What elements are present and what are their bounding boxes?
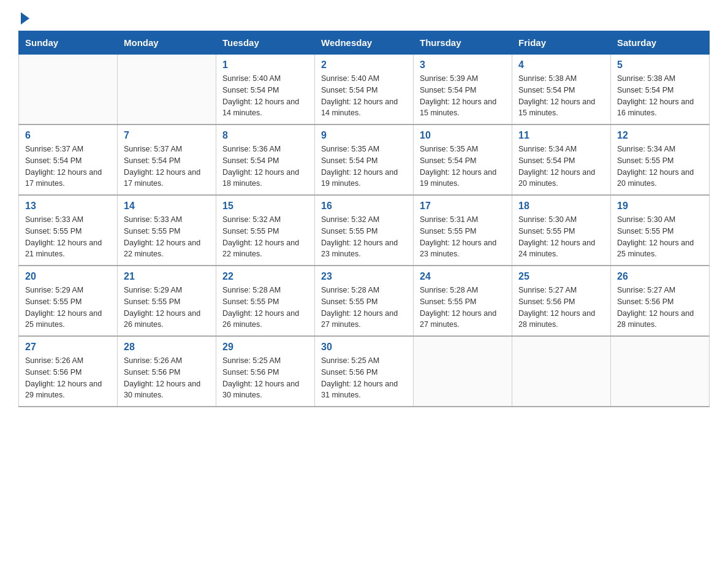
weekday-header-row: SundayMondayTuesdayWednesdayThursdayFrid…	[19, 31, 710, 55]
calendar-cell: 24Sunrise: 5:28 AMSunset: 5:55 PMDayligh…	[414, 266, 512, 336]
logo	[18, 12, 32, 25]
weekday-header-wednesday: Wednesday	[315, 31, 414, 55]
weekday-header-tuesday: Tuesday	[216, 31, 315, 55]
day-info: Sunrise: 5:29 AMSunset: 5:55 PMDaylight:…	[124, 285, 210, 331]
day-info: Sunrise: 5:40 AMSunset: 5:54 PMDaylight:…	[222, 73, 308, 119]
calendar-cell: 12Sunrise: 5:34 AMSunset: 5:55 PMDayligh…	[611, 124, 710, 195]
calendar-cell: 13Sunrise: 5:33 AMSunset: 5:55 PMDayligh…	[19, 195, 118, 266]
day-info: Sunrise: 5:28 AMSunset: 5:55 PMDaylight:…	[321, 285, 407, 331]
calendar-cell: 27Sunrise: 5:26 AMSunset: 5:56 PMDayligh…	[19, 336, 118, 407]
weekday-header-monday: Monday	[118, 31, 216, 55]
calendar-cell: 30Sunrise: 5:25 AMSunset: 5:56 PMDayligh…	[315, 336, 414, 407]
calendar-cell: 7Sunrise: 5:37 AMSunset: 5:54 PMDaylight…	[118, 124, 216, 195]
day-number: 18	[518, 201, 604, 212]
day-number: 23	[321, 271, 407, 282]
day-number: 14	[124, 201, 210, 212]
day-number: 3	[420, 59, 506, 71]
day-info: Sunrise: 5:30 AMSunset: 5:55 PMDaylight:…	[518, 214, 604, 260]
day-info: Sunrise: 5:32 AMSunset: 5:55 PMDaylight:…	[222, 214, 308, 260]
logo-triangle-icon	[21, 12, 29, 25]
day-number: 8	[222, 130, 308, 141]
day-number: 12	[617, 130, 703, 141]
calendar-cell: 11Sunrise: 5:34 AMSunset: 5:54 PMDayligh…	[512, 124, 611, 195]
week-row-5: 27Sunrise: 5:26 AMSunset: 5:56 PMDayligh…	[19, 336, 710, 407]
day-info: Sunrise: 5:38 AMSunset: 5:54 PMDaylight:…	[617, 73, 703, 119]
calendar-cell: 28Sunrise: 5:26 AMSunset: 5:56 PMDayligh…	[118, 336, 216, 407]
day-number: 19	[617, 201, 703, 212]
calendar-cell: 26Sunrise: 5:27 AMSunset: 5:56 PMDayligh…	[611, 266, 710, 336]
day-info: Sunrise: 5:39 AMSunset: 5:54 PMDaylight:…	[420, 73, 506, 119]
calendar-table: SundayMondayTuesdayWednesdayThursdayFrid…	[18, 31, 710, 407]
calendar-cell	[512, 336, 611, 407]
calendar-cell: 6Sunrise: 5:37 AMSunset: 5:54 PMDaylight…	[19, 124, 118, 195]
day-number: 27	[25, 342, 111, 353]
day-number: 4	[518, 59, 604, 71]
day-number: 24	[420, 271, 506, 282]
calendar-cell: 8Sunrise: 5:36 AMSunset: 5:54 PMDaylight…	[216, 124, 315, 195]
day-number: 30	[321, 342, 407, 353]
calendar-cell: 10Sunrise: 5:35 AMSunset: 5:54 PMDayligh…	[414, 124, 512, 195]
calendar-cell: 25Sunrise: 5:27 AMSunset: 5:56 PMDayligh…	[512, 266, 611, 336]
day-info: Sunrise: 5:30 AMSunset: 5:55 PMDaylight:…	[617, 214, 703, 260]
day-info: Sunrise: 5:27 AMSunset: 5:56 PMDaylight:…	[518, 285, 604, 331]
calendar-cell	[19, 55, 118, 125]
weekday-header-friday: Friday	[512, 31, 611, 55]
day-number: 21	[124, 271, 210, 282]
calendar-cell: 23Sunrise: 5:28 AMSunset: 5:55 PMDayligh…	[315, 266, 414, 336]
calendar-cell: 5Sunrise: 5:38 AMSunset: 5:54 PMDaylight…	[611, 55, 710, 125]
day-info: Sunrise: 5:25 AMSunset: 5:56 PMDaylight:…	[222, 355, 308, 401]
calendar-cell: 29Sunrise: 5:25 AMSunset: 5:56 PMDayligh…	[216, 336, 315, 407]
day-info: Sunrise: 5:27 AMSunset: 5:56 PMDaylight:…	[617, 285, 703, 331]
calendar-cell: 21Sunrise: 5:29 AMSunset: 5:55 PMDayligh…	[118, 266, 216, 336]
day-info: Sunrise: 5:26 AMSunset: 5:56 PMDaylight:…	[124, 355, 210, 401]
day-number: 26	[617, 271, 703, 282]
day-info: Sunrise: 5:25 AMSunset: 5:56 PMDaylight:…	[321, 355, 407, 401]
day-info: Sunrise: 5:33 AMSunset: 5:55 PMDaylight:…	[25, 214, 111, 260]
day-info: Sunrise: 5:34 AMSunset: 5:55 PMDaylight:…	[617, 144, 703, 190]
calendar-cell: 22Sunrise: 5:28 AMSunset: 5:55 PMDayligh…	[216, 266, 315, 336]
weekday-header-thursday: Thursday	[414, 31, 512, 55]
day-info: Sunrise: 5:36 AMSunset: 5:54 PMDaylight:…	[222, 144, 308, 190]
day-number: 10	[420, 130, 506, 141]
calendar-cell: 16Sunrise: 5:32 AMSunset: 5:55 PMDayligh…	[315, 195, 414, 266]
page-header	[18, 12, 710, 25]
calendar-cell: 20Sunrise: 5:29 AMSunset: 5:55 PMDayligh…	[19, 266, 118, 336]
day-number: 28	[124, 342, 210, 353]
day-info: Sunrise: 5:37 AMSunset: 5:54 PMDaylight:…	[124, 144, 210, 190]
day-info: Sunrise: 5:26 AMSunset: 5:56 PMDaylight:…	[25, 355, 111, 401]
calendar-cell	[414, 336, 512, 407]
week-row-2: 6Sunrise: 5:37 AMSunset: 5:54 PMDaylight…	[19, 124, 710, 195]
calendar-cell: 4Sunrise: 5:38 AMSunset: 5:54 PMDaylight…	[512, 55, 611, 125]
day-info: Sunrise: 5:33 AMSunset: 5:55 PMDaylight:…	[124, 214, 210, 260]
day-number: 5	[617, 59, 703, 71]
day-number: 29	[222, 342, 308, 353]
day-number: 1	[222, 59, 308, 71]
weekday-header-sunday: Sunday	[19, 31, 118, 55]
calendar-cell: 14Sunrise: 5:33 AMSunset: 5:55 PMDayligh…	[118, 195, 216, 266]
week-row-3: 13Sunrise: 5:33 AMSunset: 5:55 PMDayligh…	[19, 195, 710, 266]
day-info: Sunrise: 5:35 AMSunset: 5:54 PMDaylight:…	[420, 144, 506, 190]
calendar-cell: 17Sunrise: 5:31 AMSunset: 5:55 PMDayligh…	[414, 195, 512, 266]
calendar-cell: 15Sunrise: 5:32 AMSunset: 5:55 PMDayligh…	[216, 195, 315, 266]
day-info: Sunrise: 5:38 AMSunset: 5:54 PMDaylight:…	[518, 73, 604, 119]
day-info: Sunrise: 5:31 AMSunset: 5:55 PMDaylight:…	[420, 214, 506, 260]
calendar-cell: 19Sunrise: 5:30 AMSunset: 5:55 PMDayligh…	[611, 195, 710, 266]
day-number: 22	[222, 271, 308, 282]
day-info: Sunrise: 5:28 AMSunset: 5:55 PMDaylight:…	[222, 285, 308, 331]
day-info: Sunrise: 5:32 AMSunset: 5:55 PMDaylight:…	[321, 214, 407, 260]
day-info: Sunrise: 5:40 AMSunset: 5:54 PMDaylight:…	[321, 73, 407, 119]
weekday-header-saturday: Saturday	[611, 31, 710, 55]
day-number: 20	[25, 271, 111, 282]
day-number: 13	[25, 201, 111, 212]
week-row-1: 1Sunrise: 5:40 AMSunset: 5:54 PMDaylight…	[19, 55, 710, 125]
day-number: 2	[321, 59, 407, 71]
day-info: Sunrise: 5:37 AMSunset: 5:54 PMDaylight:…	[25, 144, 111, 190]
day-info: Sunrise: 5:35 AMSunset: 5:54 PMDaylight:…	[321, 144, 407, 190]
calendar-cell	[118, 55, 216, 125]
day-info: Sunrise: 5:28 AMSunset: 5:55 PMDaylight:…	[420, 285, 506, 331]
week-row-4: 20Sunrise: 5:29 AMSunset: 5:55 PMDayligh…	[19, 266, 710, 336]
day-info: Sunrise: 5:34 AMSunset: 5:54 PMDaylight:…	[518, 144, 604, 190]
calendar-cell: 2Sunrise: 5:40 AMSunset: 5:54 PMDaylight…	[315, 55, 414, 125]
day-number: 25	[518, 271, 604, 282]
day-number: 7	[124, 130, 210, 141]
